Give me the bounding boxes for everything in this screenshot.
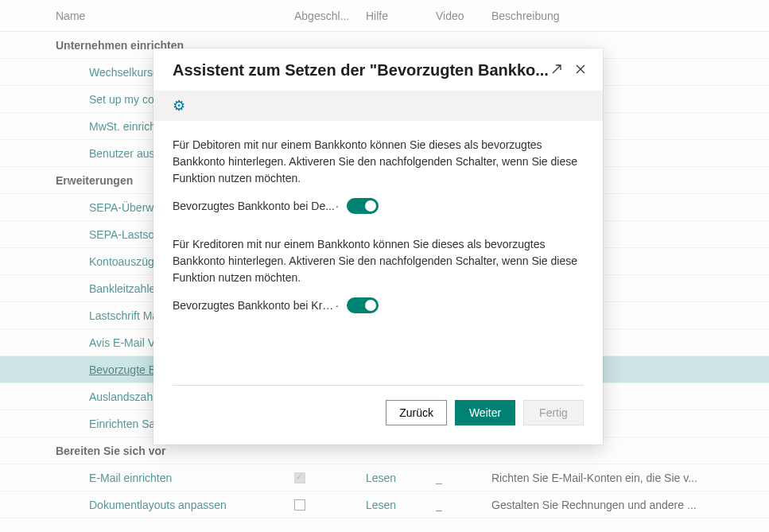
gear-icon[interactable]: ⚙ [173, 98, 185, 114]
field-more-icon[interactable]: · [336, 299, 339, 312]
modal-header: Assistent zum Setzen der "Bevorzugten Ba… [153, 49, 603, 91]
kreditor-description: Für Kreditoren mit nur einem Bankkonto k… [173, 236, 584, 286]
toggle-label-kreditor: Bevorzugtes Bankkonto bei Kre... [173, 299, 336, 312]
toggle-debitor[interactable] [347, 198, 379, 214]
toggle-kreditor[interactable] [347, 297, 379, 313]
modal-footer: Zurück Weiter Fertig [153, 386, 603, 445]
wizard-modal: Assistent zum Setzen der "Bevorzugten Ba… [153, 49, 603, 445]
toggle-row-debitor: Bevorzugtes Bankkonto bei De... · [173, 198, 584, 214]
back-button[interactable]: Zurück [386, 400, 447, 425]
toggle-row-kreditor: Bevorzugtes Bankkonto bei Kre... · [173, 297, 584, 313]
finish-button: Fertig [523, 400, 584, 425]
next-button[interactable]: Weiter [455, 400, 515, 425]
toggle-label-debitor: Bevorzugtes Bankkonto bei De... [173, 200, 336, 212]
modal-body: Für Debitoren mit nur einem Bankkonto kö… [153, 121, 603, 385]
expand-icon[interactable] [550, 63, 563, 79]
field-more-icon[interactable]: · [336, 200, 339, 212]
modal-toolbar: ⚙ [153, 91, 603, 121]
close-icon[interactable] [574, 63, 587, 79]
modal-title: Assistent zum Setzen der "Bevorzugten Ba… [173, 61, 550, 80]
debitor-description: Für Debitoren mit nur einem Bankkonto kö… [173, 137, 584, 187]
